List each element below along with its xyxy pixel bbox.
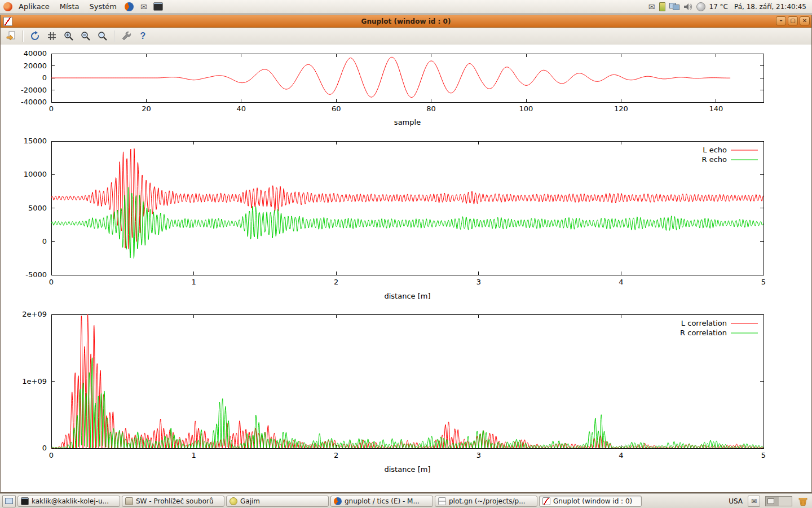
help-icon: ? [140, 31, 146, 41]
taskbar-item-file-manager[interactable]: SW - Prohlížeč souborů [122, 496, 224, 507]
x-tick-label: 1 [191, 278, 196, 286]
taskbar-item-terminal[interactable]: kaklik@kaklik-kolej-u... [17, 496, 120, 507]
terminal-icon [153, 2, 163, 11]
gnuplot-icon [542, 497, 550, 505]
temperature: 17 °C [709, 3, 728, 11]
trash-icon[interactable] [797, 496, 809, 507]
clock[interactable]: Pá, 18. září, 21:40:45 [732, 3, 809, 11]
zoom-out-icon [80, 30, 91, 42]
replot-button[interactable] [27, 29, 42, 43]
grid-icon [46, 30, 58, 42]
terminal-icon [21, 497, 29, 505]
weather-icon[interactable] [696, 2, 705, 11]
firefox-launcher-icon[interactable] [124, 2, 134, 12]
x-tick-label: 80 [426, 104, 436, 113]
y-tick-label: 2e+09 [22, 310, 47, 318]
plot-border [51, 141, 764, 275]
autoscale-button[interactable] [95, 29, 110, 43]
firefox-icon [334, 497, 342, 505]
menu-places[interactable]: Místa [56, 1, 83, 12]
volume-icon[interactable] [683, 3, 692, 11]
window-title: Gnuplot (window id : 0) [361, 17, 451, 25]
taskbar-item-label: Gajim [240, 497, 260, 505]
workspace-2[interactable] [779, 497, 792, 506]
taskbar-item-label: plot.gn (~/projects/p... [449, 497, 526, 505]
x-tick-label: 1 [191, 451, 196, 459]
configure-button[interactable] [118, 29, 134, 43]
keyboard-layout-indicator[interactable]: USA [729, 497, 743, 505]
x-tick-label: 5 [761, 451, 766, 459]
workspace-switcher [765, 496, 792, 506]
x-axis-label: distance [m] [384, 465, 430, 474]
panel-status-area: ✉ 17 °C Pá, 18. září, 21:40:45 [648, 2, 809, 11]
show-desktop-button[interactable] [2, 495, 16, 507]
chart-2: 012345150001000050000-5000distance [m]L … [24, 137, 766, 300]
y-tick-label: -5000 [25, 270, 47, 279]
menu-system[interactable]: Systém [85, 1, 120, 12]
y-tick-label: 10000 [24, 170, 47, 178]
copy-icon [6, 30, 17, 42]
terminal-launcher-icon[interactable] [153, 2, 164, 12]
y-tick-label: 5000 [28, 204, 47, 212]
series-l-echo [51, 148, 764, 249]
toolbar-separator [114, 30, 114, 42]
x-tick-label: 120 [614, 104, 628, 113]
x-tick-label: 5 [761, 278, 766, 286]
y-tick-label: 15000 [24, 137, 47, 145]
taskbar-item-firefox[interactable]: gnuplot / tics (E) - M... [330, 496, 433, 507]
x-tick-label: 60 [332, 104, 341, 113]
x-tick-label: 4 [619, 451, 623, 459]
legend-label: L correlation [681, 319, 727, 327]
y-tick-label: 40000 [24, 49, 47, 58]
taskbar-item-text-editor[interactable]: plot.gn (~/projects/p... [435, 496, 537, 507]
x-tick-label: 3 [476, 451, 481, 459]
taskbar-item-gnuplot[interactable]: Gnuplot (window id : 0) [539, 496, 642, 507]
x-tick-label: 100 [519, 104, 533, 113]
taskbar-item-label: gnuplot / tics (E) - M... [345, 497, 420, 505]
x-axis-label: distance [m] [384, 292, 430, 300]
x-tick-label: 4 [619, 278, 623, 286]
x-tick-label: 3 [476, 278, 481, 286]
titlebar[interactable]: Gnuplot (window id : 0) – ▢ ✕ [1, 15, 811, 28]
chart-3: 0123452e+091e+090distance [m]L correlati… [22, 310, 766, 474]
maximize-button[interactable]: ▢ [788, 16, 798, 25]
ubuntu-logo-icon[interactable] [3, 2, 12, 11]
series-l-correlation [51, 314, 764, 448]
taskbar-item-gajim[interactable]: Gajim [226, 496, 329, 507]
copy-to-clipboard-button[interactable] [3, 29, 19, 43]
refresh-icon [29, 30, 41, 42]
series-line [51, 57, 730, 97]
chart-1: 02040608010012014040000200000-20000-4000… [21, 49, 764, 126]
gnuplot-plots: 02040608010012014040000200000-20000-4000… [1, 45, 811, 492]
minimize-button[interactable]: – [776, 16, 786, 25]
mail-notifier-icon[interactable]: ✉ [748, 496, 760, 507]
zoom-previous-button[interactable] [61, 29, 76, 43]
battery-icon[interactable] [659, 2, 665, 11]
mail-tray-icon[interactable]: ✉ [648, 3, 655, 11]
mail-launcher-icon[interactable]: ✉ [139, 2, 149, 12]
window-controls: – ▢ ✕ [776, 16, 810, 25]
workspace-1[interactable] [766, 497, 779, 506]
legend-label: R correlation [680, 329, 727, 337]
y-tick-label: 20000 [24, 62, 47, 70]
window-list: kaklik@kaklik-kolej-u...SW - Prohlížeč s… [17, 496, 642, 507]
menu-applications[interactable]: Aplikace [15, 1, 54, 12]
x-tick-label: 0 [49, 278, 54, 286]
taskbar-item-label: SW - Prohlížeč souborů [136, 497, 214, 505]
help-button[interactable]: ? [135, 29, 151, 43]
taskbar-item-label: kaklik@kaklik-kolej-u... [32, 497, 109, 505]
legend-label: L echo [703, 146, 727, 154]
wrench-icon [121, 30, 132, 42]
x-tick-label: 140 [709, 104, 723, 113]
x-tick-label: 20 [142, 104, 151, 113]
plot-canvas[interactable]: 02040608010012014040000200000-20000-4000… [1, 45, 811, 492]
series-r-echo [51, 187, 764, 259]
file-manager-icon [125, 497, 133, 505]
toggle-grid-button[interactable] [44, 29, 59, 43]
network-displays-icon[interactable] [669, 3, 679, 10]
y-tick-label: -20000 [21, 86, 47, 94]
zoom-in-icon [63, 30, 74, 42]
close-button[interactable]: ✕ [800, 16, 810, 25]
x-tick-label: 0 [49, 104, 54, 113]
zoom-next-button[interactable] [78, 29, 93, 43]
